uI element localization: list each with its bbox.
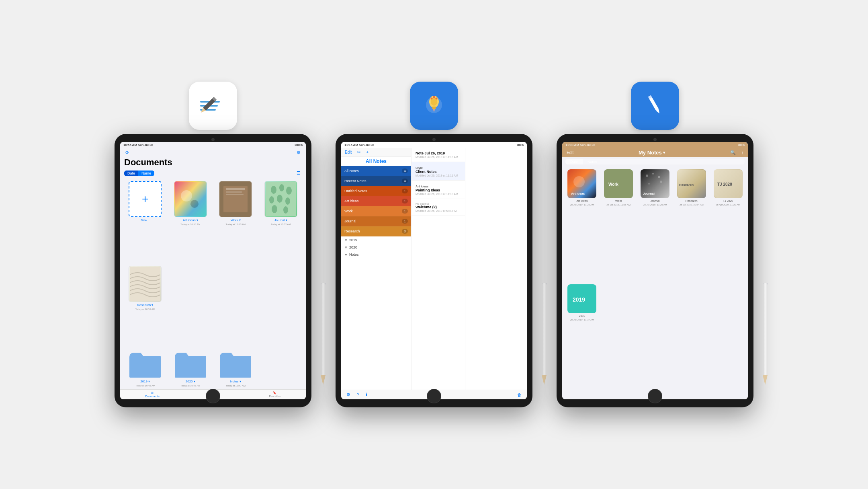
- svg-text:TJ 2020: TJ 2020: [717, 182, 732, 187]
- cat-journal[interactable]: Journal 1: [341, 216, 411, 226]
- msort-name[interactable]: Name: [583, 159, 602, 164]
- cat-all-notes-count: 4: [402, 168, 408, 173]
- doc-item-new[interactable]: + New...: [124, 181, 166, 263]
- tree-notes[interactable]: ▼ Notes: [341, 251, 411, 258]
- note-item-1[interactable]: Style Client Notes Modified Jul 26, 2019…: [411, 162, 465, 181]
- doc-thumb-art: [174, 181, 207, 217]
- settings-bottom-icon[interactable]: ⚙: [345, 392, 352, 398]
- mynotes-toolbar: Edit My Notes ▾ 🔍 ↑: [562, 148, 748, 157]
- note-title-3: Welcome (2): [416, 205, 461, 209]
- tab-documents[interactable]: ⊞ Documents: [145, 391, 160, 398]
- mynotes-title: My Notes ▾: [639, 150, 665, 156]
- search-mynotes-icon[interactable]: 🔍: [729, 150, 737, 156]
- svg-rect-14: [226, 194, 244, 195]
- cat-art-ideas[interactable]: Art ideas 1: [341, 196, 411, 206]
- cat-recent-notes[interactable]: Recent Notes 4: [341, 176, 411, 186]
- doc-label-work: Work ▾: [231, 218, 241, 222]
- folder-2020[interactable]: 2020 ▾ Today at 10:46 AM: [170, 352, 212, 387]
- note-item-2[interactable]: Art Ideas Painting Ideas Modified Jul 26…: [411, 181, 465, 199]
- doc-label-art: Art Ideas ▾: [183, 218, 198, 222]
- svg-rect-13: [226, 191, 242, 193]
- mynote-2019[interactable]: 2019 2019 28 Jul 2019, 11:37 AM: [565, 284, 599, 396]
- folder-2019-label: 2019 ▾: [140, 380, 150, 383]
- sort-name[interactable]: Name: [138, 171, 154, 176]
- doc-item-work[interactable]: Work ▾ Today at 10:53 AM: [215, 181, 257, 263]
- svg-point-17: [279, 184, 284, 191]
- note-title-0: Note Jul 26, 2019: [416, 151, 461, 155]
- svg-text:2019: 2019: [573, 296, 585, 303]
- ipad-2-home[interactable]: [427, 389, 441, 403]
- sort-toggle[interactable]: Date Name: [124, 171, 154, 176]
- mynote-date-research: 28 Jul 2019, 10:54 AM: [680, 203, 704, 206]
- note-item-3[interactable]: No subject Welcome (2) Modified Jul 26, …: [411, 199, 465, 216]
- list-icon[interactable]: ☰: [295, 170, 302, 176]
- sort-date[interactable]: Date: [124, 171, 138, 176]
- pencil-1-body: [321, 283, 326, 375]
- docs-title: Documents: [120, 157, 306, 170]
- info-icon[interactable]: ℹ: [364, 392, 368, 398]
- refresh-icon[interactable]: ⟳: [124, 150, 130, 156]
- svg-text:Art Ideas: Art Ideas: [571, 192, 585, 195]
- mynote-date-art: 28 Jul 2019, 11:25 AM: [570, 203, 594, 206]
- documents-tab-label: Documents: [145, 395, 160, 398]
- cut-icon[interactable]: ✂: [356, 150, 362, 155]
- apple-pencil-3: [762, 283, 769, 387]
- doc-item-art[interactable]: Art Ideas ▾ Today at 10:56 AM: [170, 181, 212, 263]
- docs-grid-row1: + New...: [120, 179, 306, 349]
- statusbar-1: 10:55 AM Sun Jul 28 100%: [120, 142, 306, 148]
- svg-rect-29: [432, 107, 436, 109]
- time-2: 11:15 AM Sun Jul 28: [344, 143, 374, 147]
- mynote-thumb-journal: Journal: [641, 169, 669, 198]
- svg-text:Journal: Journal: [643, 192, 655, 195]
- help-icon[interactable]: ?: [356, 392, 360, 398]
- docs-row2: 2019 ▾ Today at 10:45 AM 2020 ▾ Today at…: [120, 349, 306, 389]
- tab-favorites[interactable]: 🔖 Favorites: [269, 391, 281, 398]
- app-icon-3: [631, 82, 679, 130]
- tree-2020[interactable]: ▼ 2020: [341, 244, 411, 251]
- cat-work[interactable]: Work 1: [341, 206, 411, 216]
- ipad-3: 11:03 AM Sun Jul 28 80% Edit My Notes ▾ …: [557, 134, 753, 407]
- mynote-journal[interactable]: Journal Journal 28 Jul 2019, 11:25 AM: [639, 169, 672, 281]
- notes-toolbar-left: Edit ✂ +: [344, 150, 370, 155]
- note-item-0[interactable]: Note Jul 26, 2019 Modified Jul 26, 2019 …: [411, 148, 465, 162]
- mynotes-grid: Art Ideas Art Ideas 28 Jul 2019, 11:25 A…: [562, 166, 748, 399]
- mynote-art-ideas[interactable]: Art Ideas Art Ideas 28 Jul 2019, 11:25 A…: [565, 169, 599, 281]
- doc-item-journal[interactable]: Journal ▾ Today at 10:52 AM: [260, 181, 302, 263]
- cat-research[interactable]: Research 0: [341, 226, 411, 236]
- svg-point-31: [431, 98, 433, 100]
- folder-notes[interactable]: Notes ▾ Today at 10:47 AM: [215, 352, 257, 387]
- edit-icon[interactable]: Edit: [344, 150, 353, 155]
- doc-date-work: Today at 10:53 AM: [225, 223, 246, 226]
- doc-item-research[interactable]: Research ▾ Today at 10:52 AM: [124, 266, 166, 347]
- cat-art-ideas-label: Art ideas: [344, 199, 359, 203]
- tree-2019-label: 2019: [349, 238, 357, 242]
- add-note-icon[interactable]: +: [365, 150, 370, 155]
- apple-pencil-2: [540, 283, 548, 387]
- device-group-1: 10:55 AM Sun Jul 28 100% ⟳ ⚙ Documents D…: [115, 82, 311, 407]
- mynote-thumb-t2020: TJ 2020: [714, 169, 743, 198]
- share-mynotes-icon[interactable]: ↑: [740, 150, 745, 156]
- note-date-1: Modified Jul 26, 2019 at 11:11 AM: [416, 174, 461, 177]
- mynote-t2020[interactable]: TJ 2020 TJ 2020 28 Apr 2019, 11:23 AM: [711, 169, 745, 281]
- mynote-work[interactable]: Work Work 28 Jul 2019, 11:25 AM: [602, 169, 635, 281]
- folder-2019[interactable]: 2019 ▾ Today at 10:45 AM: [124, 352, 166, 387]
- settings-icon[interactable]: ⚙: [295, 150, 302, 156]
- time-3: 11:03 AM Sun Jul 28: [565, 143, 595, 147]
- battery-1: 100%: [295, 143, 303, 147]
- svg-point-46: [658, 176, 660, 178]
- ipad-1-home[interactable]: [206, 389, 220, 403]
- ipad-3-home[interactable]: [648, 389, 662, 403]
- edit-mynotes-icon[interactable]: Edit: [565, 150, 575, 155]
- svg-point-44: [646, 175, 648, 177]
- ipad-2-screen: 11:15 AM Sun Jul 28 88% Edit ✂ +: [341, 142, 527, 399]
- time-1: 10:55 AM Sun Jul 28: [123, 143, 153, 147]
- mynote-research[interactable]: Research Research 28 Jul 2019, 10:54 AM: [675, 169, 708, 281]
- pencil-2-tip: [542, 375, 547, 385]
- tree-2019[interactable]: ▼ 2019: [341, 236, 411, 244]
- msort-date[interactable]: Date: [565, 159, 583, 164]
- cat-all-notes[interactable]: All Notes 4: [341, 166, 411, 176]
- trash-icon[interactable]: 🗑: [516, 392, 523, 398]
- cat-untitled-notes-label: Untitled Notes: [344, 189, 367, 193]
- svg-text:Research: Research: [679, 183, 694, 187]
- cat-untitled-notes[interactable]: Untitled Notes 1: [341, 186, 411, 196]
